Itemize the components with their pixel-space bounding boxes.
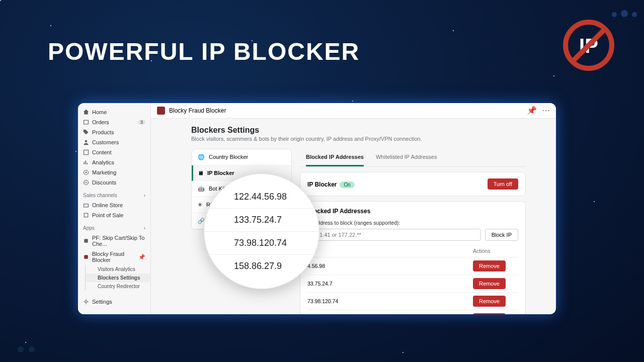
subnav-country-redirector[interactable]: Country Redirector [85,282,150,291]
sidebar-item-home[interactable]: Home [78,107,150,117]
gear-icon [83,299,89,305]
svg-point-7 [86,172,87,173]
table-row: 33.75.24.7Remove [307,275,518,292]
hero-title: POWERFUL IP BLOCKER [48,38,360,65]
table-row: 4.56.98Remove [307,257,518,275]
home-icon [83,109,89,115]
svg-rect-3 [84,120,89,124]
ip-cell: 33.75.24.7 [307,275,473,292]
pin-icon[interactable]: 📌 [138,254,145,260]
col-address: ss [307,245,473,257]
decorative-dots [610,10,639,19]
status-badge: On [340,182,354,188]
globe-icon: 🌐 [198,154,205,160]
svg-rect-11 [84,213,88,217]
col-actions: Actions [473,245,518,257]
ip-blocked-icon: IP [561,18,616,75]
block-ip-button[interactable]: Block IP [485,229,518,241]
svg-text:%: % [85,181,88,184]
sidebar-item-orders[interactable]: Orders3 [78,117,150,127]
subnav-blockers-settings[interactable]: Blockers Settings [85,274,150,282]
input-hint: IP Address to block (ranges supported): [307,220,518,226]
remove-button[interactable]: Remove [473,296,506,307]
sidebar-app-pf[interactable]: PF: Skip Cart/Skip To Che... [78,233,150,249]
mag-row: 158.86.27.9 [204,255,319,278]
svg-point-14 [85,301,88,303]
remove-button[interactable]: Remove [473,278,506,289]
more-icon[interactable]: ⋯ [542,106,550,115]
tab-whitelisted[interactable]: Whitelisted IP Addresses [376,149,437,166]
status-card: IP BlockerOn Turn off [300,172,526,196]
app-icon [83,238,89,244]
card-title: Blocked IP Addresses [307,208,518,215]
admin-sidebar: Home Orders3 Products Customers Content … [78,103,151,314]
tab-blocked[interactable]: Blocked IP Addresses [306,149,364,166]
sidebar-item-content[interactable]: Content [78,147,150,157]
orders-badge: 3 [138,120,145,125]
content-icon [83,149,89,155]
target-icon [83,169,89,175]
sidebar-item-analytics[interactable]: Analytics [78,157,150,167]
cursor-icon: ✳ [198,202,202,208]
discount-icon: % [83,179,89,186]
sidebar-item-products[interactable]: Products [78,127,150,137]
ip-input[interactable] [307,229,481,241]
decorative-dots [15,345,37,354]
page-subtitle: Block visitors, scammers & bots by their… [191,136,526,142]
remove-button[interactable]: Remove [473,313,506,314]
store-icon [83,202,89,208]
subnav-visitors[interactable]: Visitors Analytics [85,265,150,274]
sidebar-item-pos[interactable]: Point of Sale [78,210,150,220]
svg-rect-5 [84,150,89,155]
ip-cell: 4.56.98 [307,257,473,275]
page-title: Blockers Settings [191,126,526,135]
app-title: Blocky Fraud Blocker [169,107,226,114]
sidebar-item-customers[interactable]: Customers [78,137,150,147]
ip-icon: 🖥 [198,170,203,176]
menu-country-blocker[interactable]: 🌐Country Blocker [192,149,291,165]
sidebar-item-online-store[interactable]: Online Store [78,200,150,210]
table-row: 158.86.27.9Remove [307,310,518,314]
person-icon [83,139,89,145]
ip-cell: 158.86.27.9 [307,310,473,314]
sales-channels-header: Sales channels› [78,188,150,200]
tag-icon [83,129,89,135]
pin-icon[interactable]: 📌 [527,106,537,115]
mag-row: 133.75.24.7 [204,209,319,232]
table-row: 73.98.120.74Remove [307,292,518,310]
svg-rect-12 [84,239,88,243]
chevron-right-icon[interactable]: › [144,225,145,231]
apps-header: Apps› [78,220,150,233]
chart-icon [83,159,89,165]
svg-point-4 [85,140,88,143]
app-logo-icon [157,107,165,115]
blocked-ips-card: Blocked IP Addresses IP Address to block… [300,201,526,314]
remove-button[interactable]: Remove [473,260,506,272]
mag-row: 122.44.56.98 [204,186,319,209]
topbar: Blocky Fraud Blocker 📌 ⋯ [151,103,556,119]
ip-table: ss Actions 4.56.98Remove33.75.24.7Remove… [307,245,518,314]
pos-icon [83,212,89,218]
app-icon [83,254,89,260]
sidebar-item-settings[interactable]: Settings [78,297,150,307]
sidebar-item-marketing[interactable]: Marketing [78,167,150,177]
svg-rect-13 [84,255,88,259]
chevron-right-icon[interactable]: › [144,193,145,198]
turn-off-button[interactable]: Turn off [488,178,518,190]
magnifier-overlay: 122.44.56.98 133.75.24.7 73.98.120.74 15… [204,173,319,289]
svg-line-2 [572,29,605,62]
ip-tabs: Blocked IP Addresses Whitelisted IP Addr… [300,149,526,167]
ip-cell: 73.98.120.74 [307,292,473,310]
svg-rect-10 [84,204,89,207]
orders-icon [83,119,89,125]
sidebar-app-blocky[interactable]: Blocky Fraud Blocker📌 [78,249,150,265]
mag-row: 73.98.120.74 [204,232,319,255]
sidebar-item-discounts[interactable]: %Discounts [78,177,150,188]
